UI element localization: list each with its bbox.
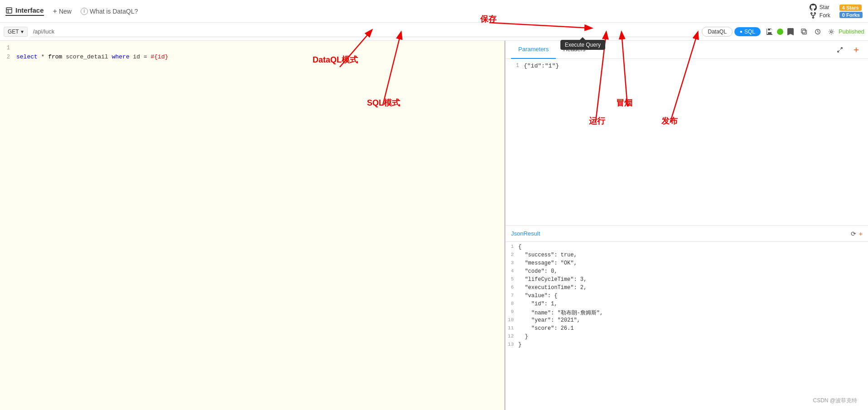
code-editor[interactable]: 1 2 select * from score_detail where id …: [0, 41, 504, 410]
settings-button[interactable]: [825, 25, 838, 38]
stars-group: 4 Stars 0 Forks: [839, 5, 863, 18]
add-icon: [853, 47, 859, 53]
execute-query-tooltip: Execute Query: [560, 40, 605, 50]
params-content[interactable]: 1 {"id":"1"}: [506, 59, 868, 225]
run-status-indicator: [777, 29, 783, 35]
right-pane: Parameters Headers: [506, 41, 868, 410]
save-icon: [766, 28, 773, 35]
stars-count-item: 4 Stars: [839, 5, 863, 11]
result-line-2: 2 "success": true,: [506, 252, 868, 260]
result-line-10: 10 "year": "2021",: [506, 317, 868, 325]
result-line-4: 4 "code": 0,: [506, 268, 868, 276]
result-content: 1 { 2 "success": true, 3 "message": "OK"…: [506, 242, 868, 410]
result-line-13: 13 }: [506, 342, 868, 350]
code-line-2: 2 select * from score_detail where id = …: [0, 53, 504, 63]
copy-button[interactable]: [798, 25, 810, 38]
mode-buttons: DataQL SQL: [702, 27, 760, 37]
params-section: Parameters Headers: [506, 41, 868, 226]
result-line-11: 11 "score": 26.1: [506, 325, 868, 333]
result-header: JsonResult ⟳ +: [506, 226, 868, 242]
params-expand-icon[interactable]: [834, 43, 846, 56]
result-line-3: 3 "message": "OK",: [506, 260, 868, 268]
result-line-6: 6 "executionTime": 2,: [506, 285, 868, 293]
editor-pane: 1 2 select * from score_detail where id …: [0, 41, 506, 410]
sql-mode-button[interactable]: SQL: [734, 27, 761, 36]
nav-new[interactable]: + New: [53, 7, 72, 15]
forks-count-item: 0 Forks: [839, 12, 863, 18]
result-line-5: 5 "lifeCycleTime": 3,: [506, 276, 868, 285]
bookmark-icon: [787, 28, 794, 35]
result-line-9: 9 "name": "勒布朗-詹姆斯",: [506, 309, 868, 317]
url-input[interactable]: [30, 26, 699, 37]
toolbar-icons: Published: [763, 25, 864, 38]
result-title: JsonResult: [511, 230, 540, 237]
expand-icon: [837, 47, 843, 53]
star-button[interactable]: Star: [810, 4, 830, 11]
result-refresh-icon[interactable]: ⟳: [851, 230, 856, 237]
svg-rect-0: [6, 8, 12, 13]
github-icon-star: [810, 4, 817, 11]
nav-interface[interactable]: Interface: [5, 6, 44, 16]
result-line-7: 7 "value": {: [506, 293, 868, 301]
code-line-1: 1: [0, 44, 504, 53]
github-icon-fork: [810, 12, 817, 19]
svg-rect-3: [802, 30, 806, 34]
dataql-mode-button[interactable]: DataQL: [702, 27, 732, 37]
result-add-icon[interactable]: +: [859, 230, 863, 237]
history-icon: [815, 29, 821, 35]
fork-button[interactable]: Fork: [810, 12, 830, 19]
params-add-icon[interactable]: [850, 43, 863, 56]
chevron-down-icon: ▾: [21, 29, 24, 35]
published-badge: Published: [839, 28, 864, 35]
forks-badge: 0 Forks: [839, 12, 863, 18]
settings-icon: [828, 29, 834, 35]
history-button[interactable]: [811, 25, 824, 38]
interface-icon: [5, 7, 13, 14]
result-line-12: 12 }: [506, 333, 868, 342]
tab-parameters[interactable]: Parameters: [511, 41, 556, 59]
nav-what[interactable]: i What is DataQL?: [81, 8, 138, 15]
github-group: Star Fork: [810, 4, 830, 19]
copy-icon: [801, 29, 807, 35]
params-line-1: 1 {"id":"1"}: [511, 63, 863, 72]
bookmark-button[interactable]: [784, 25, 797, 38]
save-button[interactable]: [763, 25, 776, 38]
result-section: JsonResult ⟳ + 1 { 2 "success": true,: [506, 226, 868, 410]
result-line-1: 1 {: [506, 244, 868, 252]
method-select[interactable]: GET ▾: [4, 27, 28, 37]
svg-point-6: [830, 30, 832, 32]
method-label: GET: [8, 29, 19, 35]
stars-badge: 4 Stars: [839, 5, 862, 11]
info-icon: i: [81, 8, 88, 15]
result-line-8: 8 "id": 1,: [506, 301, 868, 309]
plus-icon: +: [53, 7, 57, 15]
svg-rect-4: [801, 29, 805, 33]
